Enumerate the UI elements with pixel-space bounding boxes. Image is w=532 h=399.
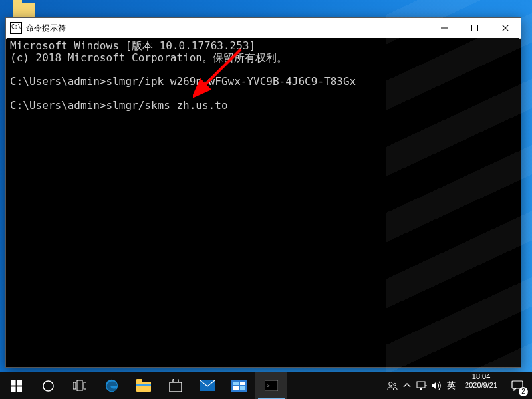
clock-time: 18:04 xyxy=(465,372,497,381)
svg-rect-6 xyxy=(17,386,22,392)
taskbar: >_ 英 18:04 2020/9/21 2 xyxy=(0,372,532,399)
svg-rect-5 xyxy=(11,386,16,392)
svg-rect-3 xyxy=(11,380,16,386)
svg-rect-18 xyxy=(233,382,239,385)
taskbar-app-cmd[interactable]: >_ xyxy=(255,372,287,399)
task-view-button[interactable] xyxy=(64,372,96,399)
cortana-search-button[interactable] xyxy=(32,372,64,399)
svg-rect-1 xyxy=(472,25,478,31)
svg-rect-26 xyxy=(417,382,425,388)
tray-people-icon[interactable] xyxy=(387,380,398,391)
taskbar-app-edge[interactable] xyxy=(96,372,128,399)
svg-rect-21 xyxy=(240,386,245,390)
svg-point-25 xyxy=(394,383,396,386)
tray-network-icon[interactable] xyxy=(416,380,427,391)
svg-rect-10 xyxy=(84,382,86,389)
tray-chevron-up-icon[interactable] xyxy=(402,380,412,391)
maximize-button[interactable] xyxy=(460,18,490,38)
desktop[interactable]: 命令提示符 Microsoft Windows [版本 10.0.17763.2… xyxy=(0,0,532,399)
svg-rect-19 xyxy=(240,382,245,385)
notification-badge: 2 xyxy=(519,387,528,396)
svg-rect-8 xyxy=(73,382,76,389)
taskbar-app-store[interactable] xyxy=(160,372,192,399)
svg-rect-4 xyxy=(17,380,22,386)
taskbar-clock[interactable]: 18:04 2020/9/21 xyxy=(460,372,503,399)
svg-text:>_: >_ xyxy=(267,382,273,389)
action-center-button[interactable]: 2 xyxy=(503,372,532,399)
titlebar[interactable]: 命令提示符 xyxy=(6,18,521,39)
svg-point-24 xyxy=(389,382,392,386)
svg-rect-9 xyxy=(77,380,82,391)
svg-rect-0 xyxy=(441,28,448,29)
svg-point-7 xyxy=(43,380,53,390)
clock-date: 2020/9/21 xyxy=(465,381,497,390)
tray-volume-icon[interactable] xyxy=(431,380,442,391)
window-title: 命令提示符 xyxy=(26,23,66,34)
svg-rect-13 xyxy=(136,379,142,382)
cmd-icon xyxy=(10,22,22,34)
svg-rect-17 xyxy=(231,380,247,392)
start-button[interactable] xyxy=(0,372,32,399)
taskbar-app-explorer[interactable] xyxy=(128,372,160,399)
cmd-window: 命令提示符 Microsoft Windows [版本 10.0.17763.2… xyxy=(5,17,521,368)
close-button[interactable] xyxy=(490,18,521,38)
svg-rect-15 xyxy=(170,382,182,392)
taskbar-app-mail[interactable] xyxy=(192,372,223,399)
tray-ime-indicator[interactable]: 英 xyxy=(446,380,457,392)
taskbar-app-settings[interactable] xyxy=(223,372,255,399)
svg-rect-27 xyxy=(420,388,422,390)
terminal-output[interactable]: Microsoft Windows [版本 10.0.17763.253] (c… xyxy=(7,38,519,366)
system-tray: 英 xyxy=(384,372,460,399)
minimize-button[interactable] xyxy=(429,18,460,38)
svg-rect-14 xyxy=(136,384,151,386)
svg-rect-12 xyxy=(136,382,151,392)
svg-rect-20 xyxy=(233,386,239,390)
